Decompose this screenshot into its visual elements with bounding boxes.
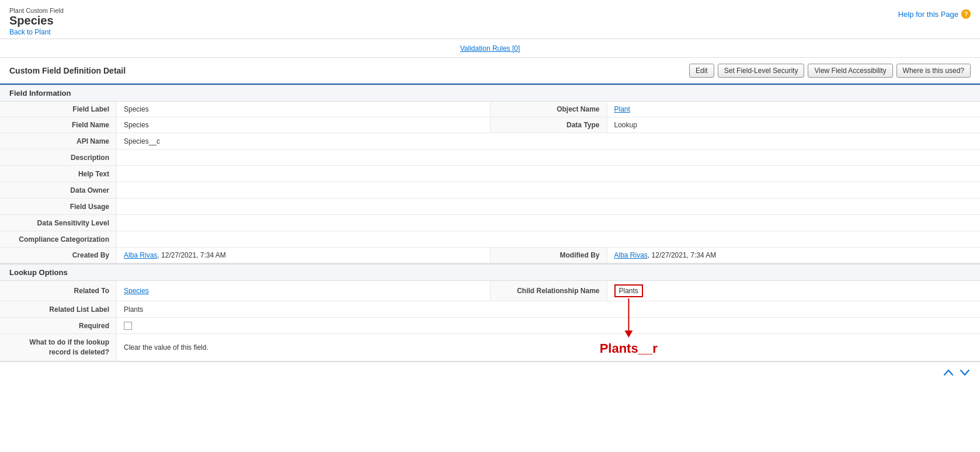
related-list-label-label: Related List Label xyxy=(0,301,117,317)
field-info-section-title: Field Information xyxy=(0,85,980,102)
scroll-up-icon[interactable] xyxy=(943,367,954,381)
up-arrow-svg xyxy=(943,367,954,378)
compliance-value xyxy=(117,231,980,247)
set-field-security-button[interactable]: Set Field-Level Security xyxy=(718,64,805,78)
delete-action-value: Clear the value of this field. xyxy=(117,334,980,361)
description-row: Description xyxy=(0,149,980,166)
field-usage-label: Field Usage xyxy=(0,199,117,214)
child-rel-col: Child Relationship Name Plants Plants__r xyxy=(491,281,981,301)
required-value xyxy=(117,318,980,333)
created-modified-row: Created By Alba Rivas, 12/27/2021, 7:34 … xyxy=(0,248,980,263)
page-header-left: Plant Custom Field Species Back to Plant xyxy=(9,7,64,36)
compliance-row: Compliance Categorization xyxy=(0,231,980,248)
field-information-section: Field Information Field Label Species Ob… xyxy=(0,85,980,264)
created-by-value: Alba Rivas, 12/27/2021, 7:34 AM xyxy=(117,248,490,263)
related-to-col: Related To Species xyxy=(0,281,491,301)
field-name-value: Species xyxy=(117,117,490,133)
child-rel-highlighted-wrapper: Plants Plants__r xyxy=(614,284,643,297)
modified-by-col: Modified By Alba Rivas, 12/27/2021, 7:34… xyxy=(491,248,981,263)
data-sensitivity-row: Data Sensitivity Level xyxy=(0,215,980,231)
description-label: Description xyxy=(0,149,117,165)
help-icon: ? xyxy=(961,9,971,19)
related-to-label: Related To xyxy=(0,281,117,301)
down-arrow-svg xyxy=(959,367,971,378)
object-name-label: Object Name xyxy=(491,102,607,117)
data-type-label: Data Type xyxy=(491,117,607,133)
field-name-label: Field Name xyxy=(0,117,117,133)
data-sensitivity-label: Data Sensitivity Level xyxy=(0,215,117,231)
child-rel-highlighted: Plants xyxy=(614,284,643,297)
where-is-used-button[interactable]: Where is this used? xyxy=(896,64,971,78)
created-by-label: Created By xyxy=(0,248,117,263)
page-title: Species xyxy=(9,14,64,27)
related-list-label-value: Plants xyxy=(117,301,980,317)
delete-action-label: What to do if the lookup record is delet… xyxy=(0,334,117,361)
lookup-options-section: Lookup Options Related To Species Child … xyxy=(0,264,980,361)
description-value xyxy=(117,149,980,165)
required-label: Required xyxy=(0,318,117,333)
page-header: Plant Custom Field Species Back to Plant… xyxy=(0,0,980,39)
field-usage-value xyxy=(117,199,980,214)
object-name-value: Plant xyxy=(607,102,981,117)
delete-action-row: What to do if the lookup record is delet… xyxy=(0,334,980,361)
field-name-col: Field Name Species xyxy=(0,117,491,133)
required-row: Required xyxy=(0,318,980,334)
bottom-bar xyxy=(0,361,980,386)
field-label-col: Field Label Species xyxy=(0,102,491,117)
validation-rules-link[interactable]: Validation Rules [0] xyxy=(460,44,520,53)
required-checkbox[interactable] xyxy=(124,322,132,330)
related-to-row: Related To Species Child Relationship Na… xyxy=(0,281,980,301)
api-name-value: Species__c xyxy=(117,133,980,149)
api-name-row: API Name Species__c xyxy=(0,133,980,149)
help-link[interactable]: Help for this Page ? xyxy=(898,9,971,19)
compliance-label: Compliance Categorization xyxy=(0,231,117,247)
related-to-link[interactable]: Species xyxy=(124,287,149,295)
field-label-row: Field Label Species Object Name Plant xyxy=(0,102,980,117)
back-to-plant-link[interactable]: Back to Plant xyxy=(9,28,51,36)
data-owner-value xyxy=(117,182,980,198)
field-label-value: Species xyxy=(117,102,490,117)
action-buttons: Edit Set Field-Level Security View Field… xyxy=(689,64,971,78)
validation-bar: Validation Rules [0] xyxy=(0,39,980,58)
help-text-label: Help Text xyxy=(0,166,117,182)
modified-by-date: , 12/27/2021, 7:34 AM xyxy=(648,251,716,259)
data-sensitivity-value xyxy=(117,215,980,231)
object-name-link[interactable]: Plant xyxy=(614,105,630,113)
custom-field-header-bar: Custom Field Definition Detail Edit Set … xyxy=(0,58,980,85)
modified-by-link[interactable]: Alba Rivas xyxy=(614,251,648,259)
edit-button[interactable]: Edit xyxy=(689,64,714,78)
created-by-link[interactable]: Alba Rivas xyxy=(124,251,157,259)
api-name-label: API Name xyxy=(0,133,117,149)
child-rel-value: Plants Plants__r xyxy=(607,281,981,301)
modified-by-label: Modified By xyxy=(491,248,607,263)
field-label-label: Field Label xyxy=(0,102,117,117)
modified-by-value: Alba Rivas, 12/27/2021, 7:34 AM xyxy=(607,248,981,263)
field-usage-row: Field Usage xyxy=(0,199,980,215)
created-by-col: Created By Alba Rivas, 12/27/2021, 7:34 … xyxy=(0,248,491,263)
field-name-row: Field Name Species Data Type Lookup xyxy=(0,117,980,133)
related-list-label-row: Related List Label Plants xyxy=(0,301,980,318)
created-by-date: , 12/27/2021, 7:34 AM xyxy=(157,251,225,259)
data-owner-row: Data Owner xyxy=(0,182,980,199)
data-type-col: Data Type Lookup xyxy=(491,117,981,133)
lookup-options-title: Lookup Options xyxy=(0,264,980,281)
help-link-label: Help for this Page xyxy=(898,10,958,19)
view-field-accessibility-button[interactable]: View Field Accessibility xyxy=(808,64,892,78)
child-rel-label: Child Relationship Name xyxy=(491,281,607,301)
custom-field-title: Custom Field Definition Detail xyxy=(9,66,126,75)
related-to-value: Species xyxy=(117,281,490,301)
scroll-down-icon[interactable] xyxy=(959,367,971,381)
help-text-row: Help Text xyxy=(0,166,980,182)
data-owner-label: Data Owner xyxy=(0,182,117,198)
page-subtitle: Plant Custom Field xyxy=(9,7,64,14)
help-text-value xyxy=(117,166,980,182)
data-type-value: Lookup xyxy=(607,117,981,133)
object-name-col: Object Name Plant xyxy=(491,102,981,117)
